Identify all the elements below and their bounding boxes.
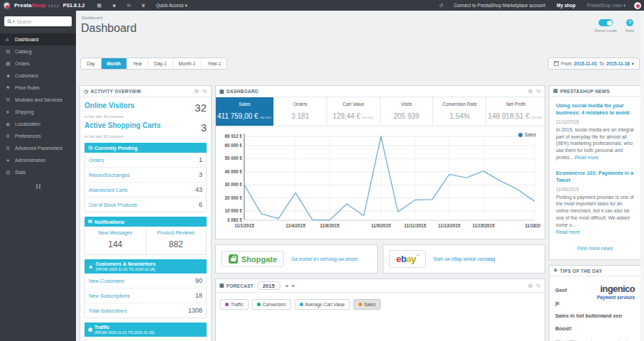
refresh-icon[interactable]: ↻ <box>536 88 541 94</box>
sidebar-item-customers[interactable]: ☻Customers <box>0 70 76 82</box>
sidebar-collapse-button[interactable] <box>35 184 42 189</box>
forecast-toggle-average-cart-value[interactable]: Average Cart Value <box>295 299 350 310</box>
ebay-link[interactable]: Start uw eBay winkel vandaag <box>433 256 495 261</box>
sidebar-item-modules[interactable]: ⚒Modules and Services <box>0 94 76 106</box>
ebay-logo: ebay™ <box>389 250 426 268</box>
filter-month-button[interactable]: Month <box>102 58 128 69</box>
kpi-orders[interactable]: Orders3 181 <box>274 97 327 126</box>
kpi-net-profit[interactable]: Net Profit148 918,51 € tax excl. <box>486 97 545 126</box>
chart-legend[interactable]: Sales <box>518 132 536 137</box>
forecast-toggle-traffic[interactable]: Traffic <box>220 299 249 310</box>
sales-dot-icon <box>359 303 362 306</box>
next-year-button[interactable]: » <box>292 283 295 289</box>
my-shop-link[interactable]: My shop <box>557 3 575 8</box>
refresh-icon[interactable]: ↻ <box>536 283 541 289</box>
user-menu[interactable]: PrestaShop User ▾ <box>586 3 626 9</box>
sidebar-item-price-rules[interactable]: ⚑Price Rules <box>0 82 76 94</box>
notifications-header: ✉ Notifications <box>84 217 207 227</box>
bell-icon: ✉ <box>88 219 92 224</box>
news-article: Using social media for your business: 4 … <box>556 102 634 161</box>
conversion-dot-icon <box>257 303 261 306</box>
news-article-date: 11/05/2015 <box>556 187 634 192</box>
module-ads: Shopgate Ga mobiel en verhoog uw omzet e… <box>215 244 545 274</box>
gear-icon[interactable]: ⚙ <box>194 88 199 94</box>
user-avatar[interactable] <box>634 2 641 9</box>
svg-text:40 000 €: 40 000 € <box>224 169 242 174</box>
find-more-news-link[interactable]: Find more news <box>556 246 634 251</box>
sidebar-item-shipping[interactable]: ➤Shipping <box>0 106 76 118</box>
preferences-icon: ⚙ <box>6 134 15 139</box>
search-scope-caret-icon[interactable]: ▾ <box>13 19 15 23</box>
forecast-toggle-sales[interactable]: Sales <box>354 299 381 310</box>
trophy-icon[interactable]: ♛ <box>141 3 145 9</box>
marketplace-link[interactable]: Connect to PrestaShop Marketplace accoun… <box>454 3 545 8</box>
breadcrumb[interactable]: Dashboard <box>82 16 102 20</box>
sidebar-item-advanced-parameters[interactable]: ⚙Advanced Parameters <box>0 142 76 154</box>
ingenico-logo: ingenico Payment services <box>572 282 635 300</box>
read-more-link[interactable]: Read more <box>574 155 599 160</box>
shopgate-link[interactable]: Ga mobiel en verhoog uw omzet <box>291 256 358 261</box>
filter-month-1-button[interactable]: Month-1 <box>173 58 202 69</box>
filter-day-button[interactable]: Day <box>81 58 102 69</box>
forecast-legend: Traffic Conversion Average Cart Value Sa… <box>216 293 545 318</box>
average-cart-value-dot-icon <box>300 303 303 306</box>
kpi-visits[interactable]: Visits205 939 <box>381 97 434 126</box>
online-visitors-link[interactable]: Online Visitors <box>84 102 134 109</box>
kpi-conversion-rate[interactable]: Conversion Rate1.54% <box>433 97 486 126</box>
kpi-cart-value[interactable]: Cart Value129,44 € tax excl. <box>327 97 381 126</box>
new-messages-cell: New Messages 144 <box>85 227 146 254</box>
news-panel-header: ▤ PRESTASHOP NEWS <box>550 86 640 97</box>
svg-text:11/15/2015: 11/15/2015 <box>472 223 495 228</box>
sidebar-item-catalog[interactable]: ▤Catalog <box>0 45 76 58</box>
modules-icon: ⚒ <box>6 97 15 103</box>
ebay-module: ebay™ Start uw eBay winkel vandaag <box>383 244 545 274</box>
online-visitors-row: Online Visitors 32 <box>84 102 207 114</box>
page-title: Dashboard <box>81 22 136 35</box>
date-range-button[interactable]: From 2015-11-01 To 2015-11-18 ▾ <box>548 58 640 70</box>
sidebar-item-preferences[interactable]: ⚙Preferences <box>0 130 76 142</box>
refresh-icon[interactable]: ↻ <box>202 88 207 94</box>
filter-year-1-button[interactable]: Year-1 <box>202 58 227 69</box>
advanced-parameters-icon: ⚙ <box>6 146 15 151</box>
tips-of-the-day-panel: ☀ TIPS OF THE DAY ingenico Payment servi… <box>549 265 641 341</box>
kpi-sales[interactable]: Sales411 759,00 € tax excl. <box>216 97 274 126</box>
news-article-title[interactable]: Using social media for your business: 4 … <box>556 102 634 117</box>
gear-icon[interactable]: ⚙ <box>528 283 533 289</box>
quick-access-menu[interactable]: Quick Access ▾ <box>156 3 187 9</box>
svg-text:66 912 €: 66 912 € <box>224 134 242 139</box>
sidebar-item-localization[interactable]: ◉Localization <box>0 118 76 130</box>
help-icon[interactable]: ? <box>626 19 633 26</box>
online-visitors-value: 32 <box>195 102 207 114</box>
customers-icon: ☻ <box>6 73 15 78</box>
date-to: 2015-11-18 <box>606 61 630 66</box>
pending-row-orders: Orders1 <box>85 153 206 167</box>
scrollbar[interactable] <box>640 11 644 341</box>
sidebar: ▾ ⌂Dashboard ▤Catalog ▦Orders ☻Customers… <box>0 11 76 341</box>
svg-text:20 000 €: 20 000 € <box>224 195 242 200</box>
prev-year-button[interactable]: « <box>285 283 289 289</box>
search-input[interactable] <box>17 19 69 24</box>
news-article-date: 11/12/2015 <box>556 119 634 124</box>
news-article-excerpt: In 2015, social media are an integral pa… <box>556 126 634 161</box>
filter-day-1-button[interactable]: Day-1 <box>148 58 173 69</box>
read-more-link[interactable]: Read more <box>556 229 580 234</box>
forecast-toggle-conversion[interactable]: Conversion <box>252 299 291 310</box>
cart-icon[interactable]: ▦ <box>97 3 102 9</box>
svg-text:60 000 €: 60 000 € <box>224 143 242 148</box>
row-new-customers: New Customers90 <box>85 274 206 288</box>
sidebar-search[interactable]: ▾ <box>4 16 72 26</box>
person-icon: ☻ <box>88 264 93 269</box>
sidebar-item-orders[interactable]: ▦Orders <box>0 58 76 70</box>
forecast-year[interactable]: 2015 <box>257 281 280 290</box>
gear-icon[interactable]: ⚙ <box>528 88 533 94</box>
customer-icon[interactable]: ☻ <box>111 3 116 8</box>
sidebar-item-dashboard[interactable]: ⌂Dashboard <box>0 33 76 45</box>
news-article-title[interactable]: Ecommerce 101: Payments in a Tweet <box>556 170 634 184</box>
svg-text:50 000 €: 50 000 € <box>224 156 242 161</box>
mail-icon[interactable]: ✉ <box>127 3 131 9</box>
demo-mode-toggle[interactable] <box>599 19 613 26</box>
active-carts-link[interactable]: Active Shopping Carts <box>84 121 160 129</box>
sidebar-item-stats[interactable]: ▥Stats <box>0 166 76 178</box>
filter-year-button[interactable]: Year <box>127 58 148 69</box>
sidebar-item-administration[interactable]: ★Administration <box>0 154 76 166</box>
